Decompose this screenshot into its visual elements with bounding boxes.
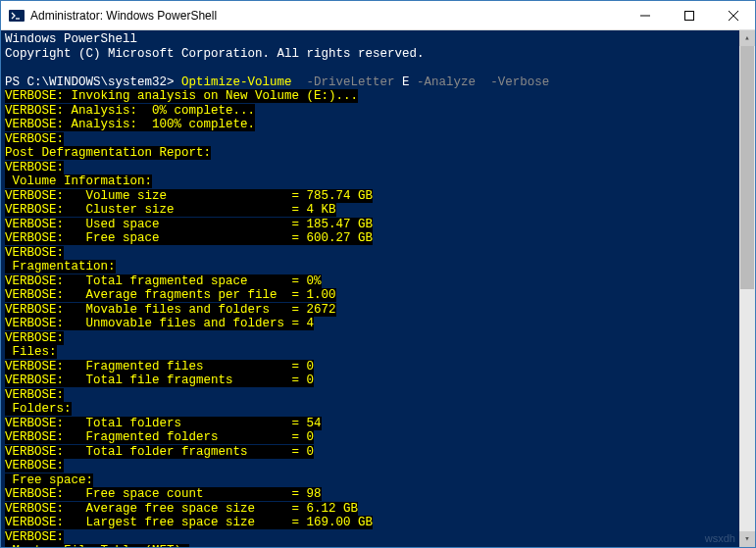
output-line: VERBOSE: Free space = 600.27 GB xyxy=(5,231,751,246)
terminal-area[interactable]: Windows PowerShell Copyright (C) Microso… xyxy=(1,30,755,547)
cmd-name: Optimize-Volume xyxy=(181,75,292,89)
prompt-path: PS C:\WINDOWS\system32> xyxy=(5,75,181,89)
output-line: VERBOSE: Unmovable files and folders = 4 xyxy=(5,317,751,331)
output-line: Files: xyxy=(5,345,751,360)
ps-header-2: Copyright (C) Microsoft Corporation. All… xyxy=(5,47,751,62)
scroll-track[interactable] xyxy=(739,46,755,531)
output-line: VERBOSE: xyxy=(5,331,751,346)
output-line: Volume Information: xyxy=(5,174,751,189)
vertical-scrollbar[interactable]: ▴ ▾ xyxy=(739,30,755,547)
output-line: Post Defragmentation Report: xyxy=(5,146,751,161)
output-line: VERBOSE: xyxy=(5,530,751,545)
param-analyze: -Analyze xyxy=(417,75,476,89)
output-line: VERBOSE: Free space count = 98 xyxy=(5,487,751,502)
output-line: VERBOSE: Volume size = 785.74 GB xyxy=(5,189,751,204)
output-line: VERBOSE: Total folders = 54 xyxy=(5,417,751,431)
title-bar[interactable]: Administrator: Windows PowerShell xyxy=(1,1,755,30)
blank-line xyxy=(5,61,751,75)
window-title: Administrator: Windows PowerShell xyxy=(30,9,623,23)
output-line: VERBOSE: xyxy=(5,132,751,147)
output-lines: VERBOSE: Invoking analysis on New Volume… xyxy=(5,89,751,547)
param-verbose: -Verbose xyxy=(476,75,549,89)
output-line: VERBOSE: Total folder fragments = 0 xyxy=(5,445,751,460)
scroll-up-button[interactable]: ▴ xyxy=(739,30,755,46)
scroll-thumb[interactable] xyxy=(740,46,754,289)
output-line: VERBOSE: xyxy=(5,246,751,261)
svg-rect-3 xyxy=(684,11,693,20)
output-line: VERBOSE: Used space = 185.47 GB xyxy=(5,218,751,232)
output-line: VERBOSE: Analysis: 0% complete... xyxy=(5,104,751,119)
output-line: VERBOSE: Movable files and folders = 267… xyxy=(5,303,751,318)
output-line: VERBOSE: xyxy=(5,388,751,403)
prompt-line: PS C:\WINDOWS\system32> Optimize-Volume … xyxy=(5,75,751,90)
param-driveletter-val: E xyxy=(402,75,417,89)
output-line: Fragmentation: xyxy=(5,260,751,274)
output-line: Folders: xyxy=(5,402,751,417)
output-line: VERBOSE: Invoking analysis on New Volume… xyxy=(5,89,751,104)
output-line: VERBOSE: Total fragmented space = 0% xyxy=(5,274,751,289)
output-line: VERBOSE: Analysis: 100% complete. xyxy=(5,118,751,132)
close-button[interactable] xyxy=(711,1,755,29)
output-line: VERBOSE: xyxy=(5,459,751,473)
powershell-icon xyxy=(9,8,25,24)
output-line: VERBOSE: xyxy=(5,161,751,175)
powershell-window: Administrator: Windows PowerShell Window… xyxy=(0,0,756,548)
ps-header-1: Windows PowerShell xyxy=(5,32,751,47)
output-line: VERBOSE: Average fragments per file = 1.… xyxy=(5,288,751,303)
minimize-button[interactable] xyxy=(623,1,667,29)
output-line: VERBOSE: Average free space size = 6.12 … xyxy=(5,502,751,517)
window-controls xyxy=(623,1,755,29)
output-line: VERBOSE: Fragmented files = 0 xyxy=(5,360,751,374)
output-line: Free space: xyxy=(5,473,751,488)
svg-rect-0 xyxy=(9,10,25,22)
output-line: VERBOSE: Total file fragments = 0 xyxy=(5,374,751,388)
watermark-text: wsxdh xyxy=(705,531,735,546)
maximize-button[interactable] xyxy=(667,1,711,29)
param-driveletter: -DriveLetter xyxy=(292,75,403,89)
output-line: VERBOSE: Cluster size = 4 KB xyxy=(5,203,751,218)
output-line: VERBOSE: Fragmented folders = 0 xyxy=(5,430,751,445)
output-line: VERBOSE: Largest free space size = 169.0… xyxy=(5,516,751,530)
output-line: Master File Table (MFT): xyxy=(5,544,751,547)
scroll-down-button[interactable]: ▾ xyxy=(739,531,755,547)
